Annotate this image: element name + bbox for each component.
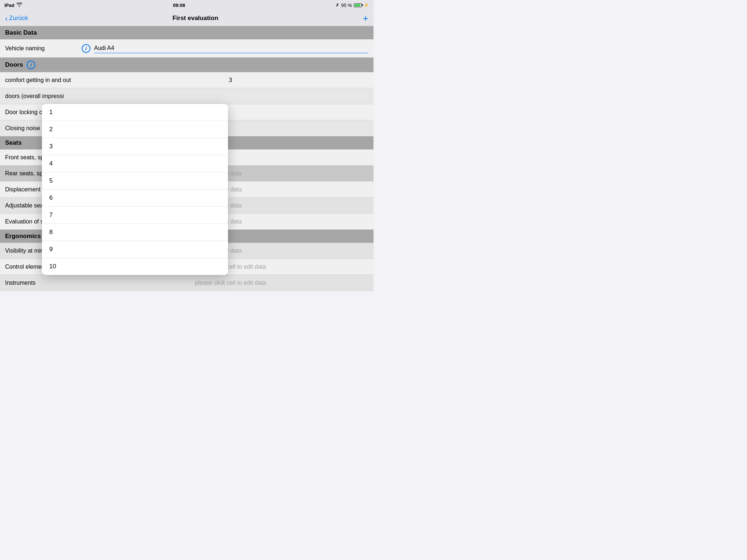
dropdown-option-5[interactable]: 5 bbox=[42, 172, 228, 190]
dropdown-option-7[interactable]: 7 bbox=[42, 207, 228, 224]
dropdown-option-9[interactable]: 9 bbox=[42, 241, 228, 258]
dropdown-option-3[interactable]: 3 bbox=[42, 138, 228, 155]
dropdown-option-10[interactable]: 10 bbox=[42, 258, 228, 275]
dropdown-option-8[interactable]: 8 bbox=[42, 224, 228, 241]
picker-dropdown[interactable]: 1 2 3 4 5 6 7 8 9 10 bbox=[42, 104, 228, 275]
dropdown-option-4[interactable]: 4 bbox=[42, 155, 228, 172]
dropdown-option-6[interactable]: 6 bbox=[42, 190, 228, 207]
dropdown-option-1[interactable]: 1 bbox=[42, 104, 228, 121]
dropdown-option-2[interactable]: 2 bbox=[42, 121, 228, 138]
